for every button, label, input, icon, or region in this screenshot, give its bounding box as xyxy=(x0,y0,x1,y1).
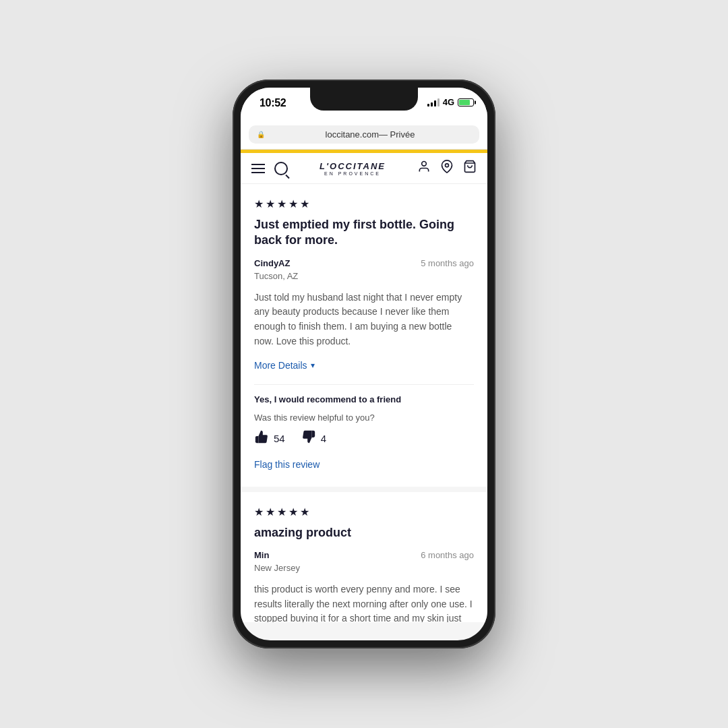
flag-review-link[interactable]: Flag this review xyxy=(254,459,320,470)
phone-frame: 10:52 4G 🔒 loccitane.com— Privée xyxy=(233,80,495,648)
helpful-row: 54 4 xyxy=(254,429,474,448)
battery-fill xyxy=(459,100,470,105)
nav-right xyxy=(417,160,477,177)
url-bar[interactable]: 🔒 loccitane.com— Privée xyxy=(249,125,479,144)
more-details-button[interactable]: More Details ▾ xyxy=(254,360,474,371)
review-title-1: Just emptied my first bottle. Going back… xyxy=(254,217,474,249)
hamburger-icon[interactable] xyxy=(251,164,265,173)
bag-icon[interactable] xyxy=(463,160,477,177)
search-icon[interactable] xyxy=(274,162,288,175)
notch xyxy=(310,88,418,111)
stars-1: ★ ★ ★ ★ ★ xyxy=(254,198,474,210)
reviewer-location-2: New Jersey xyxy=(254,563,474,573)
star-r2-2: ★ xyxy=(266,506,275,518)
logo-area: L'OCCITANE EN PROVENCE xyxy=(288,161,417,176)
signal-bars-icon xyxy=(427,98,439,107)
star-r2-4: ★ xyxy=(289,506,298,518)
status-right: 4G xyxy=(427,97,474,107)
thumbs-down-button[interactable]: 4 xyxy=(301,429,326,448)
review-card-2: ★ ★ ★ ★ ★ amazing product Min 6 months a… xyxy=(241,492,487,622)
review-date-1: 5 months ago xyxy=(421,258,474,268)
thumbs-up-icon xyxy=(254,429,269,448)
account-icon[interactable] xyxy=(417,160,431,177)
battery-icon xyxy=(458,98,474,107)
review-title-2: amazing product xyxy=(254,525,474,541)
star-5: ★ xyxy=(300,198,309,210)
svg-point-1 xyxy=(446,164,449,167)
reviewer-location-1: Tucson, AZ xyxy=(254,271,474,281)
network-indicator: 4G xyxy=(443,97,454,107)
review-body-2: this product is worth every penny and mo… xyxy=(254,582,474,622)
star-r2-5: ★ xyxy=(300,506,309,518)
thumbs-down-icon xyxy=(301,429,316,448)
reviewer-row-1: CindyAZ 5 months ago xyxy=(254,258,474,268)
lock-icon: 🔒 xyxy=(257,131,265,138)
svg-point-0 xyxy=(422,162,427,166)
star-r2-3: ★ xyxy=(277,506,286,518)
star-1: ★ xyxy=(254,198,264,210)
location-icon[interactable] xyxy=(440,160,454,177)
reviewer-row-2: Min 6 months ago xyxy=(254,550,474,560)
stars-2: ★ ★ ★ ★ ★ xyxy=(254,506,474,518)
thumbs-up-count: 54 xyxy=(274,433,285,444)
reviewer-name-1: CindyAZ xyxy=(254,258,290,268)
logo-line1: L'OCCITANE xyxy=(288,161,417,171)
url-text: loccitane.com— Privée xyxy=(269,129,471,140)
phone-screen: 10:52 4G 🔒 loccitane.com— Privée xyxy=(241,88,487,640)
star-2: ★ xyxy=(266,198,275,210)
helpful-question: Was this review helpful to you? xyxy=(254,413,474,423)
review-date-2: 6 months ago xyxy=(421,550,474,560)
logo-line2: EN PROVENCE xyxy=(288,171,417,176)
review-card-1: ★ ★ ★ ★ ★ Just emptied my first bottle. … xyxy=(241,184,487,487)
thumbs-down-count: 4 xyxy=(321,433,326,444)
status-time: 10:52 xyxy=(260,97,286,109)
browser-bar[interactable]: 🔒 loccitane.com— Privée xyxy=(241,121,487,150)
star-3: ★ xyxy=(277,198,286,210)
review-body-1: Just told my husband last night that I n… xyxy=(254,291,474,349)
star-4: ★ xyxy=(289,198,298,210)
divider xyxy=(254,384,474,385)
nav-left xyxy=(251,162,288,175)
star-r2-1: ★ xyxy=(254,506,264,518)
content-area: ★ ★ ★ ★ ★ Just emptied my first bottle. … xyxy=(241,184,487,622)
thumbs-up-button[interactable]: 54 xyxy=(254,429,285,448)
reviewer-name-2: Min xyxy=(254,550,269,560)
recommend-text: Yes, I would recommend to a friend xyxy=(254,394,474,404)
chevron-down-icon: ▾ xyxy=(311,361,315,370)
nav-bar: L'OCCITANE EN PROVENCE xyxy=(241,153,487,184)
